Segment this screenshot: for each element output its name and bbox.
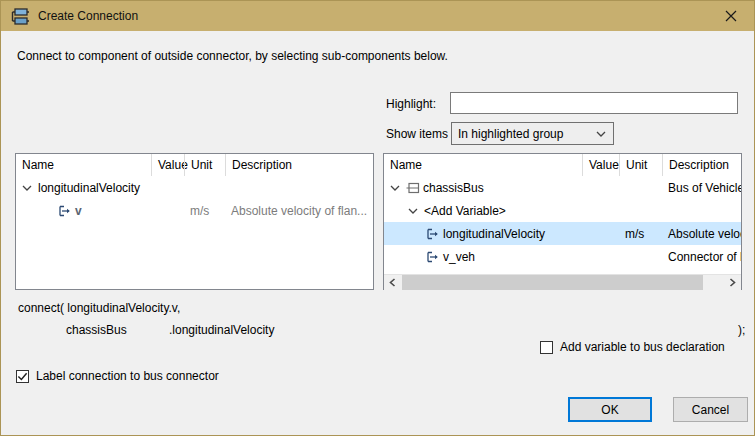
column-header-value[interactable]: Value [582,154,619,176]
row-name: v [75,204,82,218]
show-items-dropdown[interactable]: In highlighted group [451,122,614,145]
chevron-right-icon[interactable] [724,275,741,290]
table-row[interactable]: chassisBusBus of VehicleI [384,176,741,199]
connector-arrow-icon [58,205,75,217]
horizontal-scrollbar[interactable] [384,274,741,290]
table-row[interactable]: longitudinalVelocitym/sAbsolute veloc [384,222,741,245]
table-row[interactable]: v_vehConnector of l [384,245,741,268]
cell-description: Absolute velocity of flan... [225,204,373,218]
cell-description: Bus of VehicleI [662,181,741,195]
row-name: v_veh [443,250,475,264]
highlight-label: Highlight: [386,97,436,111]
titlebar[interactable]: Create Connection [1,1,754,31]
cancel-button[interactable]: Cancel [673,397,748,422]
column-header-unit[interactable]: Unit [619,154,662,176]
row-name: longitudinalVelocity [38,181,140,195]
chevron-down-icon[interactable] [408,208,424,214]
column-header-description[interactable]: Description [662,154,741,176]
chevron-left-icon[interactable] [384,275,401,290]
show-items-selected-value: In highlighted group [458,127,563,141]
table-row[interactable]: longitudinalVelocity [16,176,373,199]
bus-icon [406,182,423,194]
column-header-description[interactable]: Description [225,154,373,176]
target-bus-table: NameValueUnitDescriptionchassisBusBus of… [383,153,742,290]
create-connection-dialog: Create Connection Connect to component o… [0,0,755,436]
row-name: <Add Variable> [424,204,506,218]
intro-text: Connect to component of outside connecto… [17,49,448,63]
column-header-unit[interactable]: Unit [184,154,225,176]
check-icon [17,371,28,382]
chevron-down-icon[interactable] [390,185,406,191]
connector-arrow-icon [426,228,443,240]
window-title: Create Connection [38,9,138,23]
cell-description: Absolute veloc [662,227,741,241]
ok-button[interactable]: OK [568,397,652,422]
table-row[interactable]: <Add Variable> [384,199,741,222]
column-header-name[interactable]: Name [16,154,151,176]
add-variable-checkbox[interactable] [540,341,553,354]
connect-statement-member: .longitudinalVelocity [169,323,274,337]
row-name: chassisBus [423,181,484,195]
column-header-name[interactable]: Name [384,154,582,176]
connect-statement-line1: connect( longitudinalVelocity.v, [18,301,180,315]
connector-arrow-icon [426,251,443,263]
cell-unit: m/s [184,204,225,218]
chevron-down-icon [596,131,606,137]
show-items-label: Show items [386,127,448,141]
connect-statement-component: chassisBus [66,323,127,337]
table-row[interactable]: vm/sAbsolute velocity of flan... [16,199,373,222]
source-connector-table: NameValueUnitDescriptionlongitudinalVelo… [15,153,374,290]
add-variable-label: Add variable to bus declaration [560,340,725,354]
label-connection-checkbox[interactable] [16,370,29,383]
connect-statement-closing: ); [738,323,745,337]
scrollbar-thumb[interactable] [402,275,703,290]
chevron-down-icon[interactable] [22,185,38,191]
cell-description: Connector of l [662,250,741,264]
close-button[interactable] [708,1,754,31]
label-connection-label: Label connection to bus connector [36,369,219,383]
highlight-input[interactable] [450,92,738,114]
close-icon [725,10,737,22]
connection-window-icon [9,6,31,26]
row-name: longitudinalVelocity [443,227,545,241]
column-header-value[interactable]: Value [151,154,184,176]
cell-unit: m/s [619,227,662,241]
